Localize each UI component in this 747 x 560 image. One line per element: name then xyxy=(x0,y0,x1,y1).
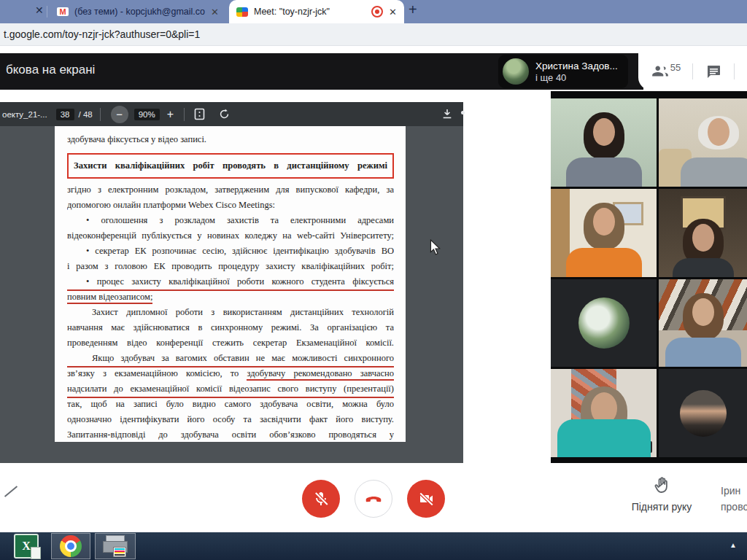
pdf-viewport[interactable]: здобувача фіксується у відео записі. Зах… xyxy=(0,126,463,463)
participant-torso xyxy=(566,248,642,277)
rotate-icon xyxy=(218,108,231,120)
participant-face xyxy=(692,224,714,252)
tab-gmail-close-icon[interactable]: ✕ xyxy=(211,7,219,18)
pdf-zoom-level[interactable]: 90% xyxy=(134,109,160,120)
excel-letter: X xyxy=(22,540,31,553)
tab-meet-title: Meet: "toy-nzjr-jck" xyxy=(254,7,365,17)
video-tile-participant-6[interactable] xyxy=(551,369,657,457)
toolbar-divider xyxy=(100,108,101,121)
download-icon xyxy=(441,108,453,120)
avatar xyxy=(503,58,529,85)
camera-off-button[interactable] xyxy=(407,480,445,518)
taskbar-chrome-button[interactable] xyxy=(51,533,90,559)
participants-pill[interactable]: Христина Задов... і ще 40 xyxy=(498,55,628,88)
doc-line: навчання має здійснюватися в синхронному… xyxy=(67,320,394,335)
tab-gmail[interactable]: M (без теми) - kopcjukh@gmail.co ✕ xyxy=(50,0,226,23)
raise-hand-label: Підняти руку xyxy=(622,501,702,513)
participant-torso xyxy=(557,419,651,457)
taskbar: X ▲ xyxy=(0,532,747,560)
doc-line: зв’язку з екзаменаційною комісією, то зд… xyxy=(67,366,394,381)
video-tile-participant-1[interactable] xyxy=(551,98,657,187)
address-bar[interactable]: t.google.com/toy-nzjr-jck?authuser=0&pli… xyxy=(0,23,747,46)
zoom-out-button[interactable]: − xyxy=(111,106,128,123)
mic-off-icon xyxy=(312,490,330,508)
taskbar-printer-button[interactable] xyxy=(95,533,136,559)
video-tile-participant-3[interactable] xyxy=(551,189,657,277)
pdf-page-current[interactable]: 38 xyxy=(56,109,74,120)
corner-mark xyxy=(4,486,18,497)
tray-show-hidden-icons[interactable]: ▲ xyxy=(729,541,737,549)
doc-heading-boxed: Захисти кваліфікаційних робіт проводять … xyxy=(67,153,394,179)
avatar xyxy=(680,390,727,437)
video-tile-camera-off-2[interactable] xyxy=(659,369,747,457)
partial-tab-close-icon[interactable]: ✕ xyxy=(35,4,44,16)
meet-icon xyxy=(236,7,248,17)
participant-face xyxy=(593,208,615,236)
participant-torso xyxy=(681,158,747,187)
raise-hand-icon xyxy=(653,476,670,495)
doc-line: допомогою онлайн платформи Webex Cisco M… xyxy=(67,198,394,213)
participant-torso xyxy=(673,258,734,277)
doc-line: повним відеозаписом; xyxy=(67,289,394,305)
chat-icon xyxy=(705,63,722,80)
taskbar-excel-button[interactable]: X xyxy=(6,533,47,559)
doc-text-span: зв’язку з екзаменаційною комісією, то xyxy=(67,368,247,378)
participant-face xyxy=(692,298,714,326)
header-divider xyxy=(734,63,735,79)
chat-button[interactable] xyxy=(705,63,722,80)
screen: ✕ M (без теми) - kopcjukh@gmail.co ✕ Mee… xyxy=(0,0,747,560)
pill-more-count: і ще 40 xyxy=(535,72,618,83)
video-tile-participant-4[interactable] xyxy=(659,189,747,277)
hang-up-icon xyxy=(363,489,384,509)
excel-sheet-decor xyxy=(31,547,41,559)
tab-divider xyxy=(47,6,47,18)
camera-off-icon xyxy=(417,490,435,508)
mouse-cursor xyxy=(430,239,441,258)
doc-line: • оголошення з розкладом захистів та еле… xyxy=(67,213,394,228)
doc-line: Запитання-відповіді до здобувача освіти … xyxy=(67,427,394,442)
new-tab-button[interactable]: + xyxy=(409,1,417,18)
mic-off-button[interactable] xyxy=(302,480,340,518)
doc-line: відеоконференцій публікується у новинах … xyxy=(67,228,394,244)
doc-line: • секретар ЕК розпочинає сесію, здійснює… xyxy=(67,244,394,259)
tab-gmail-title: (без теми) - kopcjukh@gmail.co xyxy=(74,7,205,17)
participant-face xyxy=(708,118,729,146)
doc-line: Захист дипломної роботи з використанням … xyxy=(67,305,394,320)
printer-icon xyxy=(103,535,128,557)
doc-line-underlined: надсилати до екзаменаційної комісії віде… xyxy=(67,381,394,398)
browser-tab-strip: ✕ M (без теми) - kopcjukh@gmail.co ✕ Mee… xyxy=(0,0,747,23)
zoom-in-button[interactable]: + xyxy=(167,108,174,121)
chrome-icon xyxy=(60,535,82,557)
video-tile-camera-off-1[interactable] xyxy=(551,279,657,368)
participant-video-grid xyxy=(551,91,747,463)
presenter-status-line2: провод xyxy=(721,499,747,515)
fit-page-icon xyxy=(194,108,205,120)
doc-line: здобувача фіксується у відео записі. xyxy=(67,132,394,147)
meet-control-bar: Підняти руку Ірин провод xyxy=(0,463,747,532)
participant-face xyxy=(593,118,615,146)
tab-meet-close-icon[interactable]: ✕ xyxy=(389,7,397,18)
gmail-icon: M xyxy=(57,7,69,16)
pdf-page-total: / 48 xyxy=(79,110,93,119)
tab-meet[interactable]: Meet: "toy-nzjr-jck" ✕ xyxy=(229,0,404,23)
url-text[interactable]: t.google.com/toy-nzjr-jck?authuser=0&pli… xyxy=(4,28,200,40)
doc-line: і разом з головою ЕК проводить процедуру… xyxy=(67,259,394,274)
participants-count-badge: 55 xyxy=(670,62,681,73)
pdf-toolbar: оекту_21-... 38 / 48 − 90% + xyxy=(0,102,463,126)
download-button[interactable] xyxy=(441,108,453,122)
doc-line: так, щоб на записі було видно самого здо… xyxy=(67,397,394,412)
rotate-button[interactable] xyxy=(218,108,231,120)
hang-up-button[interactable] xyxy=(355,480,392,518)
participants-button[interactable]: 55 xyxy=(651,62,681,81)
pdf-page: здобувача фіксується у відео записі. Зах… xyxy=(55,126,406,442)
doc-line-underlined: Якщо здобувач за вагомих обставин не має… xyxy=(67,351,394,368)
doc-line: згідно з електронним розкладом, затвердж… xyxy=(67,182,394,198)
video-tile-participant-2[interactable] xyxy=(659,98,747,187)
more-options-icon[interactable] xyxy=(461,111,465,114)
pdf-filename: оекту_21-... xyxy=(2,110,47,119)
fit-page-button[interactable] xyxy=(194,108,205,120)
participant-torso xyxy=(665,338,741,367)
raise-hand-button[interactable]: Підняти руку xyxy=(622,476,702,513)
video-tile-participant-5[interactable] xyxy=(659,279,747,368)
presenter-status-text: Ірин провод xyxy=(721,483,747,515)
